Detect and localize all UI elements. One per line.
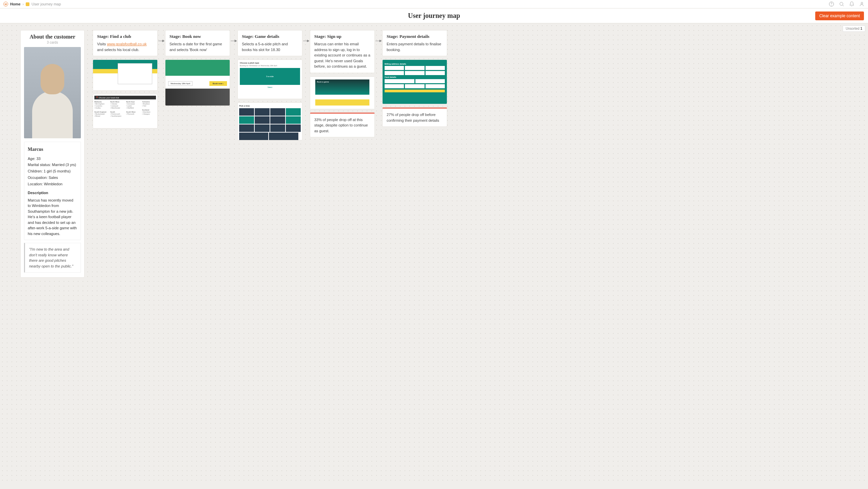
mock-date-picker: Choose a date Wednesday 18th April Book … xyxy=(165,60,230,89)
topbar-actions xyxy=(829,1,865,7)
mock-pitch-type: Choose a pitch type Booking for: Wimbled… xyxy=(238,60,302,99)
user-icon[interactable] xyxy=(859,1,865,7)
customer-desc-text: Marcus has recently moved to Wimbledon f… xyxy=(28,197,77,237)
unsorted-badge[interactable]: Unsorted 1 xyxy=(843,25,865,32)
customer-marital: Marital status: Married (3 yrs) xyxy=(28,162,77,168)
customer-card-count: 3 cards xyxy=(24,41,81,44)
mock-team-image xyxy=(165,89,230,106)
mock-payment-form: Billing address details Card details xyxy=(383,60,447,104)
customer-location: Location: Wimbledon xyxy=(28,181,77,187)
arrow-icon xyxy=(375,38,382,41)
svg-point-1 xyxy=(831,5,832,5)
stage-title: Stage: Find a club xyxy=(97,34,153,39)
stage-header[interactable]: Stage: Game details Selects a 5-a-side p… xyxy=(237,30,302,56)
customer-quote-card[interactable]: "I'm new to the area and don't really kn… xyxy=(24,243,81,273)
search-icon[interactable] xyxy=(839,1,844,7)
mock-screenshot[interactable]: Book a game xyxy=(310,76,375,109)
breadcrumb: M Home › User journey map xyxy=(3,2,61,6)
mock-screenshot[interactable]: 📍 Choose your local club Midlands• Birmi… xyxy=(93,94,158,129)
stage-title: Stage: Game details xyxy=(242,34,298,39)
stage-description: Visits www.goalsfootball.co.uk and selec… xyxy=(97,41,153,52)
stage-description: Selects a date for the first game and se… xyxy=(169,41,226,52)
customer-photo[interactable] xyxy=(24,47,81,138)
svg-point-2 xyxy=(840,2,843,5)
stage-payment[interactable]: Stage: Payment details Enters payment de… xyxy=(382,30,447,127)
stage-title: Stage: Book now xyxy=(169,34,226,39)
title-bar: User journey map Clear example content xyxy=(0,8,868,23)
svg-marker-12 xyxy=(380,40,382,42)
stage-header[interactable]: Stage: Book now Selects a date for the f… xyxy=(165,30,230,56)
stage-header[interactable]: Stage: Sign up Marcus can enter his emai… xyxy=(310,30,375,73)
help-icon[interactable] xyxy=(829,1,834,7)
mock-screenshot[interactable] xyxy=(93,60,158,91)
mock-screenshot[interactable]: Choose a pitch type Booking for: Wimbled… xyxy=(237,60,302,99)
breadcrumb-current[interactable]: User journey map xyxy=(31,2,61,6)
customer-occupation: Occupation: Sales xyxy=(28,174,77,181)
svg-line-3 xyxy=(843,5,844,6)
mock-time-grid: Pick a time xyxy=(238,103,302,140)
svg-marker-6 xyxy=(162,40,164,42)
folder-icon xyxy=(26,2,29,6)
breadcrumb-separator: › xyxy=(23,2,24,6)
mock-screenshot[interactable]: Billing address details Card details xyxy=(382,60,447,104)
mock-screenshot[interactable]: Choose a date Wednesday 18th April Book … xyxy=(165,60,230,106)
stage-description: Selects a 5-a-side pitch and books his s… xyxy=(242,41,298,52)
stage-header[interactable]: Stage: Find a club Visits www.goalsfootb… xyxy=(93,30,158,56)
mock-club-list: 📍 Choose your local club Midlands• Birmi… xyxy=(93,94,157,128)
top-bar: M Home › User journey map xyxy=(0,0,868,8)
board: About the customer 3 cards Marcus Age: 3… xyxy=(20,30,848,278)
stage-title: Stage: Payment details xyxy=(387,34,443,39)
mock-signup-form: Book a game xyxy=(310,77,374,109)
stage-header[interactable]: Stage: Payment details Enters payment de… xyxy=(382,30,447,56)
stages-row: Stage: Find a club Visits www.goalsfootb… xyxy=(93,30,447,140)
mock-screenshot[interactable]: Pick a time xyxy=(237,102,302,140)
clear-example-button[interactable]: Clear example content xyxy=(815,11,864,20)
bell-icon[interactable] xyxy=(849,1,854,7)
stage-title: Stage: Sign up xyxy=(314,34,370,39)
svg-point-4 xyxy=(861,2,863,4)
stage-description: Marcus can enter his email address to si… xyxy=(314,41,370,69)
dropoff-note[interactable]: 27% of people drop off before confirming… xyxy=(382,108,447,127)
mock-hero-image xyxy=(93,60,157,90)
stage-description: Enters payment details to finalise booki… xyxy=(387,41,443,52)
stage-sign-up[interactable]: Stage: Sign up Marcus can enter his emai… xyxy=(310,30,375,137)
app-logo-icon[interactable]: M xyxy=(3,2,8,6)
stage-game-details[interactable]: Stage: Game details Selects a 5-a-side p… xyxy=(237,30,302,140)
arrow-icon xyxy=(303,38,309,41)
goals-link[interactable]: www.goalsfootball.co.uk xyxy=(107,42,146,46)
stage-book-now[interactable]: Stage: Book now Selects a date for the f… xyxy=(165,30,230,106)
customer-children: Children: 1 girl (5 months) xyxy=(28,168,77,174)
svg-marker-10 xyxy=(307,40,309,42)
svg-marker-8 xyxy=(235,40,237,42)
customer-heading: About the customer xyxy=(24,34,81,40)
stage-find-club[interactable]: Stage: Find a club Visits www.goalsfootb… xyxy=(93,30,158,129)
arrow-icon xyxy=(158,38,164,41)
customer-age: Age: 33 xyxy=(28,156,77,162)
dropoff-note[interactable]: 33% of people drop off at this stage, de… xyxy=(310,113,375,138)
canvas[interactable]: Unsorted 1 About the customer 3 cards Ma… xyxy=(0,23,868,484)
customer-name: Marcus xyxy=(28,145,77,154)
customer-column[interactable]: About the customer 3 cards Marcus Age: 3… xyxy=(20,30,85,278)
customer-info-card[interactable]: Marcus Age: 33 Marital status: Married (… xyxy=(24,142,81,240)
page-title: User journey map xyxy=(408,12,460,20)
breadcrumb-home[interactable]: Home xyxy=(10,2,21,6)
arrow-icon xyxy=(231,38,237,41)
customer-desc-heading: Description xyxy=(28,190,77,196)
